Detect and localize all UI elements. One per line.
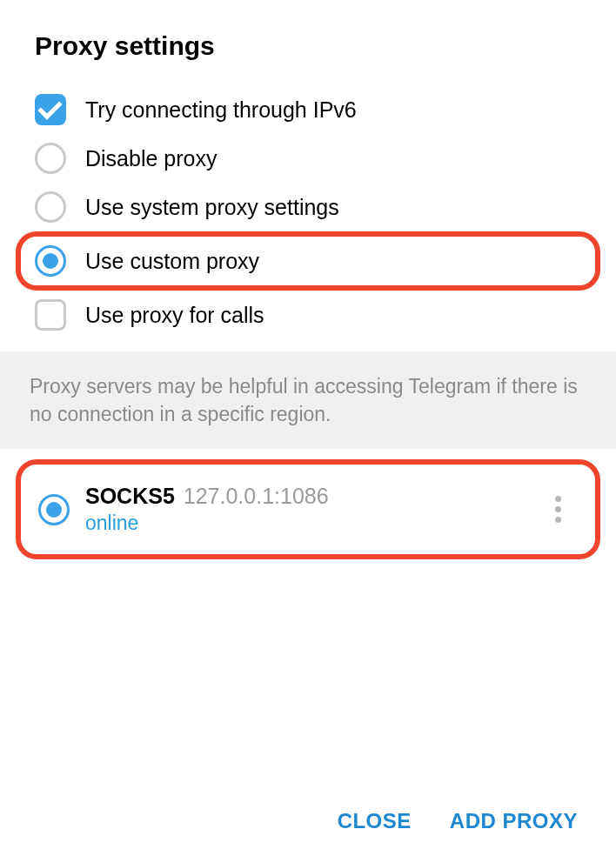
option-label: Try connecting through IPv6 xyxy=(85,97,357,123)
proxy-server-row[interactable]: SOCKS5 127.0.0.1:1086 online xyxy=(21,465,595,554)
option-label: Use proxy for calls xyxy=(85,303,264,328)
add-proxy-button[interactable]: ADD PROXY xyxy=(450,809,578,833)
option-ipv6[interactable]: Try connecting through IPv6 xyxy=(0,85,616,134)
option-disable-proxy[interactable]: Disable proxy xyxy=(0,134,616,183)
option-label: Use custom proxy xyxy=(85,249,259,274)
option-proxy-for-calls[interactable]: Use proxy for calls xyxy=(0,291,616,339)
proxy-options-list: Try connecting through IPv6 Disable prox… xyxy=(0,85,616,346)
proxy-address: 127.0.0.1:1086 xyxy=(184,484,329,509)
radio-icon xyxy=(35,143,66,174)
checkbox-icon xyxy=(35,299,66,331)
dialog-footer: CLOSE ADD PROXY xyxy=(0,786,616,856)
proxy-protocol: SOCKS5 xyxy=(85,484,175,509)
proxy-info: SOCKS5 127.0.0.1:1086 online xyxy=(85,484,543,535)
option-label: Use system proxy settings xyxy=(85,195,339,220)
proxy-server-list: SOCKS5 127.0.0.1:1086 online xyxy=(0,449,616,570)
option-system-proxy[interactable]: Use system proxy settings xyxy=(0,183,616,231)
info-text: Proxy servers may be helpful in accessin… xyxy=(30,372,586,428)
more-menu-icon[interactable] xyxy=(543,492,578,527)
radio-icon xyxy=(35,245,66,277)
checkbox-icon xyxy=(35,94,66,125)
option-label: Disable proxy xyxy=(85,146,217,171)
info-section: Proxy servers may be helpful in accessin… xyxy=(0,351,616,449)
option-custom-proxy[interactable]: Use custom proxy xyxy=(21,237,595,285)
close-button[interactable]: CLOSE xyxy=(338,809,412,833)
page-title: Proxy settings xyxy=(0,0,616,85)
proxy-status: online xyxy=(85,512,543,535)
radio-icon xyxy=(35,191,66,223)
radio-icon xyxy=(38,494,70,525)
